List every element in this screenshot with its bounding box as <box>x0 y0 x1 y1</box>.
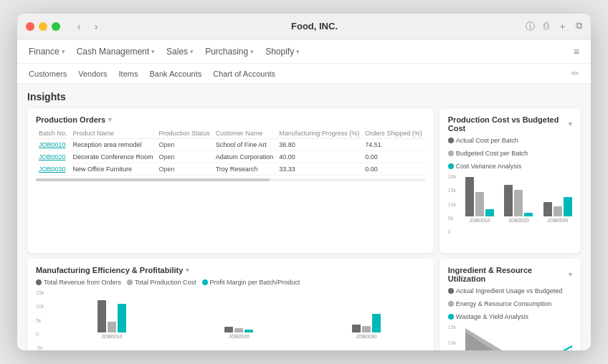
batch-cell[interactable]: JOB0030 <box>36 163 70 176</box>
col-product: Product Name <box>70 128 156 139</box>
bar-variance-job0010 <box>485 209 494 216</box>
legend-label: Actual Ingredient Usage vs Budgeted <box>456 287 563 294</box>
legend-label: Actual Cost per Batch <box>456 137 518 144</box>
shopify-dropdown-icon: ▾ <box>296 48 300 55</box>
manufacturing-chart: 15k10k5k0-5k JOB0010 <box>36 290 425 350</box>
product-cell: New Office Furniture <box>70 163 156 176</box>
forward-button[interactable]: › <box>89 19 103 34</box>
subnav-items[interactable]: Items <box>119 70 138 78</box>
subnav-vendors[interactable]: Vendors <box>78 70 107 78</box>
progress-cell: 40.00 <box>276 151 362 163</box>
y-axis-ing: 15k10k5k0 <box>448 325 462 350</box>
legend-item: Energy & Resource Consumption <box>448 300 552 307</box>
production-orders-table-container: Batch No. Product Name Production Status… <box>36 128 425 176</box>
mfg-bar-profit-job0010 <box>118 304 126 332</box>
nav-purchasing[interactable]: Purchasing ▾ <box>205 47 254 57</box>
nav-shopify[interactable]: Shopify ▾ <box>265 47 300 57</box>
nav-finance[interactable]: Finance ▾ <box>29 47 65 57</box>
mfg-label-job0020: JOB0020 <box>229 334 250 339</box>
table-row: JOB0010 Reception area remodel Open Scho… <box>36 139 425 151</box>
customer-cell: School of Fine Art <box>213 139 277 151</box>
bar-budgeted-job0030 <box>554 206 562 216</box>
status-cell: Open <box>156 151 213 163</box>
progress-cell: 36.80 <box>276 139 362 151</box>
share-icon[interactable]: ⎙ <box>543 20 549 33</box>
ingredient-dropdown-icon[interactable]: ▾ <box>569 271 572 278</box>
production-orders-card: Production Orders ▾ Batch No. Product Na… <box>27 108 434 253</box>
legend-item: Budgeted Cost per Batch <box>448 150 528 157</box>
new-tab-icon[interactable]: ＋ <box>558 20 567 33</box>
production-cost-title: Production Cost vs Budgeted Cost ▾ <box>448 115 572 133</box>
traffic-lights <box>26 22 60 31</box>
legend-label: Wastage & Yield Analysis <box>456 313 528 320</box>
batch-cell[interactable]: JOB0020 <box>36 151 70 163</box>
mfg-bar-profit-job0030 <box>372 314 381 332</box>
subnav-customers[interactable]: Customers <box>29 70 67 78</box>
legend-item: Actual Ingredient Usage vs Budgeted <box>448 287 563 294</box>
close-button[interactable] <box>26 22 34 31</box>
mfg-label-job0010: JOB0010 <box>101 334 122 339</box>
table-row: JOB0030 New Office Furniture Open Troy R… <box>36 163 425 176</box>
bar-actual-job0010 <box>465 177 474 216</box>
info-icon[interactable]: ⓘ <box>526 20 535 33</box>
table-row: JOB0020 Decorate Conference Room Open Ad… <box>36 151 425 163</box>
nav-cash-management[interactable]: Cash Management ▾ <box>77 47 155 57</box>
maximize-button[interactable] <box>52 22 60 31</box>
scroll-bar[interactable] <box>36 178 425 181</box>
cash-dropdown-icon: ▾ <box>151 48 155 55</box>
legend-dot <box>448 314 454 320</box>
mfg-bar-revenue-job0030 <box>352 325 361 332</box>
mfg-bars: JOB0010 JOB0020 <box>53 290 425 350</box>
back-button[interactable]: ‹ <box>72 19 86 34</box>
status-cell: Open <box>156 139 213 151</box>
mfg-bar-cost-job0030 <box>362 326 371 332</box>
production-cost-dropdown-icon[interactable]: ▾ <box>569 120 572 128</box>
production-orders-title: Production Orders ▾ <box>36 115 425 124</box>
mfg-bar-group-job0020: JOB0020 <box>181 284 298 339</box>
legend-dot <box>448 150 454 156</box>
mfg-label-job0030: JOB0030 <box>356 334 376 339</box>
legend-item: Actual Cost per Batch <box>448 137 518 144</box>
y-axis-prod-cost: 20k15k10k5k0 <box>448 174 462 234</box>
manufacturing-dropdown-icon[interactable]: ▾ <box>186 267 189 274</box>
nav-arrows: ‹ › <box>72 19 103 34</box>
bar-budgeted-job0010 <box>475 192 484 216</box>
subnav-bank-accounts[interactable]: Bank Accounts <box>149 70 201 78</box>
status-cell: Open <box>156 163 213 176</box>
y-axis-mfg: 15k10k5k0-5k <box>36 290 50 350</box>
legend-dot <box>36 279 42 285</box>
ingredient-legend: Actual Ingredient Usage vs Budgeted Ener… <box>448 287 572 320</box>
title-bar: ‹ › Food, INC. ⓘ ⎙ ＋ ⧉ <box>17 14 591 39</box>
prod-cost-bars: JOB0010 JOB0020 <box>465 174 572 234</box>
hamburger-icon[interactable]: ≡ <box>574 46 579 57</box>
browser-title: Food, INC. <box>109 21 520 32</box>
windows-icon[interactable]: ⧉ <box>576 20 582 33</box>
legend-dot <box>448 288 454 294</box>
main-content: Insights Production Orders ▾ Batch No. P… <box>17 84 591 350</box>
bar-group-job0030: JOB0030 <box>543 168 572 223</box>
batch-cell[interactable]: JOB0010 <box>36 139 70 151</box>
legend-item: Wastage & Yield Analysis <box>448 313 528 320</box>
production-orders-dropdown-icon[interactable]: ▾ <box>108 116 112 123</box>
svg-marker-1 <box>465 328 572 350</box>
scroll-thumb <box>36 178 270 181</box>
label-job0030: JOB0030 <box>547 218 568 223</box>
bar-actual-job0020 <box>504 185 513 216</box>
col-progress: Manufacturing Progress (%) <box>276 128 362 139</box>
mfg-bar-group-job0030: JOB0030 <box>308 284 425 339</box>
title-bar-icons: ⓘ ⎙ ＋ ⧉ <box>526 20 582 33</box>
mfg-bar-revenue-job0020 <box>224 327 233 332</box>
production-cost-legend: Actual Cost per Batch Budgeted Cost per … <box>448 137 572 170</box>
manufacturing-title: Manufacturing Efficiency & Profitability… <box>36 266 425 274</box>
nav-sales[interactable]: Sales ▾ <box>166 47 194 57</box>
mfg-bar-cost-job0010 <box>108 322 116 332</box>
mfg-bar-profit-job0020 <box>244 330 253 332</box>
finance-dropdown-icon: ▾ <box>62 48 65 55</box>
progress-cell: 33.33 <box>276 163 362 176</box>
customer-cell: Adatum Corporation <box>213 151 277 163</box>
minimize-button[interactable] <box>39 22 47 31</box>
edit-icon[interactable]: ✏ <box>571 68 579 79</box>
subnav-chart-of-accounts[interactable]: Chart of Accounts <box>213 70 275 78</box>
product-cell: Decorate Conference Room <box>70 151 156 163</box>
customer-cell: Troy Research <box>213 163 277 176</box>
